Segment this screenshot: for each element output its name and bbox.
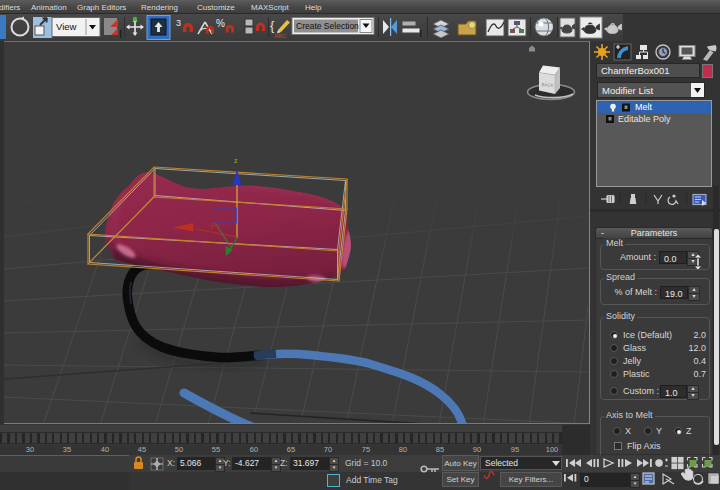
svg-text:BACK: BACK (541, 82, 553, 88)
svg-text:3: 3 (176, 18, 181, 28)
svg-text:%: % (216, 18, 225, 29)
svg-text:View: View (56, 21, 77, 32)
svg-text:{: { (270, 18, 275, 33)
svg-text:ABC: ABC (274, 33, 287, 39)
svg-text:z: z (234, 156, 238, 165)
